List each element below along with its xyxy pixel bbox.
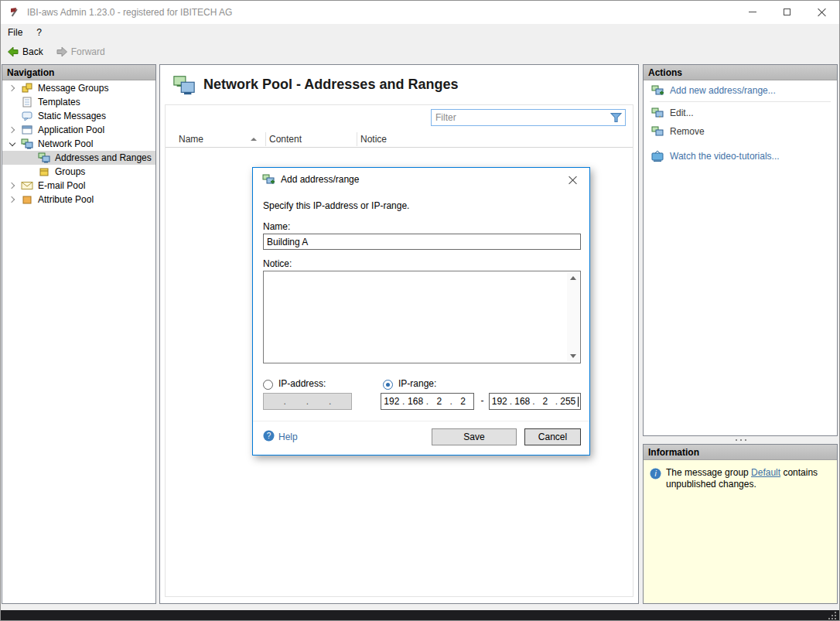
action-watch-video-tutorials[interactable]: Watch the video-tutorials...	[644, 148, 837, 165]
ip-octet[interactable]: 2	[429, 396, 450, 407]
notice-scrollbar[interactable]	[567, 272, 579, 362]
ip-octet[interactable]: 2	[535, 396, 555, 407]
panel-splitter[interactable]	[643, 436, 838, 444]
back-arrow-icon	[7, 46, 19, 58]
nav-item-network-pool[interactable]: Network Pool	[2, 137, 155, 151]
email-pool-icon	[21, 179, 33, 192]
ip-separator: .	[329, 396, 332, 407]
scroll-up-icon[interactable]	[570, 276, 576, 280]
addresses-and-ranges-icon	[38, 152, 50, 164]
column-separator[interactable]	[357, 132, 357, 146]
video-tutorials-icon	[651, 150, 664, 162]
list-header: Name Content Notice	[166, 131, 633, 148]
nav-item-label: Network Pool	[38, 138, 93, 149]
chevron-down-icon	[9, 140, 15, 146]
action-add-new-address-range[interactable]: Add new address/range...	[644, 82, 837, 99]
range-dash: -	[477, 395, 487, 406]
maximize-button[interactable]	[770, 1, 804, 23]
ip-octet[interactable]: 168	[405, 396, 426, 407]
default-message-group-link[interactable]: Default	[751, 467, 780, 478]
name-label: Name:	[263, 221, 290, 232]
attribute-pool-icon	[21, 193, 33, 206]
filter-input[interactable]	[432, 111, 610, 125]
nav-item-groups[interactable]: Groups	[2, 165, 155, 179]
minimize-icon	[749, 12, 756, 12]
action-label: Add new address/range...	[670, 85, 776, 96]
action-edit[interactable]: Edit...	[644, 104, 837, 121]
ip-address-input: ...	[263, 393, 352, 410]
back-button[interactable]: Back	[1, 43, 50, 61]
menu-file[interactable]: File	[1, 24, 29, 41]
menu-bar: File ?	[1, 24, 839, 41]
ip-octet[interactable]: 192	[490, 396, 510, 407]
message-groups-icon	[21, 82, 33, 94]
ip-address-radio-label[interactable]: IP-address:	[278, 378, 326, 389]
help-label: Help	[278, 432, 298, 442]
column-header-content[interactable]: Content	[269, 131, 302, 148]
ip-range-from-input[interactable]: 192.168.2.2	[381, 393, 474, 410]
forward-label: Forward	[71, 46, 105, 57]
nav-item-static-messages[interactable]: Static Messages	[2, 109, 155, 123]
ip-octet[interactable]: 192	[381, 396, 402, 407]
help-link[interactable]: ? Help	[263, 430, 298, 444]
forward-button[interactable]: Forward	[50, 43, 111, 61]
actions-header: Actions	[644, 65, 837, 80]
ip-separator: .	[306, 396, 309, 407]
action-label: Remove	[670, 126, 705, 137]
groups-icon	[38, 165, 50, 178]
ip-range-to-input[interactable]: 192.168.2.255	[489, 393, 581, 410]
templates-icon	[21, 96, 33, 108]
ip-octet[interactable]: 255	[558, 396, 579, 407]
nav-item-email-pool[interactable]: E-mail Pool	[2, 179, 155, 193]
status-bar	[1, 610, 839, 621]
cancel-button[interactable]: Cancel	[524, 428, 581, 445]
minimize-button[interactable]	[735, 1, 770, 23]
application-pool-icon	[21, 124, 33, 136]
help-icon: ?	[263, 430, 275, 444]
column-header-name[interactable]: Name	[179, 131, 203, 148]
chevron-right-icon	[9, 196, 15, 203]
resize-grip-icon[interactable]	[828, 612, 836, 619]
information-header: Information	[644, 445, 837, 460]
remove-icon	[651, 125, 664, 138]
dialog-close-button[interactable]	[558, 168, 586, 191]
close-button[interactable]	[804, 1, 839, 23]
notice-label: Notice:	[263, 258, 292, 269]
navigation-header: Navigation	[2, 65, 155, 80]
chevron-right-icon	[9, 183, 15, 189]
close-icon	[569, 176, 577, 184]
actions-panel: Actions Add new address/range... Edit...…	[643, 64, 838, 436]
nav-item-application-pool[interactable]: Application Pool	[2, 123, 155, 137]
scroll-down-icon[interactable]	[570, 354, 576, 358]
nav-item-addresses-and-ranges[interactable]: Addresses and Ranges	[2, 151, 155, 165]
filter-funnel-icon[interactable]	[610, 112, 622, 123]
ip-address-radio[interactable]	[263, 380, 273, 390]
text-caret	[578, 397, 579, 407]
dialog-description: Specify this IP-address or IP-range.	[263, 200, 409, 211]
add-address-icon	[651, 84, 664, 97]
nav-item-message-groups[interactable]: Message Groups	[2, 81, 155, 95]
sort-ascending-icon	[251, 138, 257, 141]
dialog-title: Add address/range	[281, 168, 359, 191]
name-input[interactable]	[263, 234, 581, 250]
save-button[interactable]: Save	[432, 428, 517, 445]
toolbar: Back Forward	[1, 41, 839, 63]
notice-textarea[interactable]	[263, 271, 581, 363]
nav-item-attribute-pool[interactable]: Attribute Pool	[2, 193, 155, 206]
ip-octet[interactable]: 2	[452, 396, 473, 407]
menu-help[interactable]: ?	[29, 24, 49, 41]
ip-range-radio[interactable]	[383, 380, 393, 390]
ip-octet[interactable]: 168	[513, 396, 533, 407]
network-pool-icon	[21, 138, 33, 150]
nav-item-label: Attribute Pool	[38, 194, 94, 205]
dialog-title-bar[interactable]: Add address/range	[253, 168, 589, 191]
column-separator[interactable]	[265, 132, 266, 146]
column-header-notice[interactable]: Notice	[360, 131, 387, 148]
nav-item-templates[interactable]: Templates	[2, 95, 155, 109]
action-remove[interactable]: Remove	[644, 123, 837, 140]
app-icon	[9, 6, 21, 19]
ip-range-radio-label[interactable]: IP-range:	[398, 378, 436, 389]
info-text-before: The message group	[666, 467, 751, 478]
static-messages-icon	[21, 110, 33, 122]
maximize-icon	[784, 9, 790, 15]
